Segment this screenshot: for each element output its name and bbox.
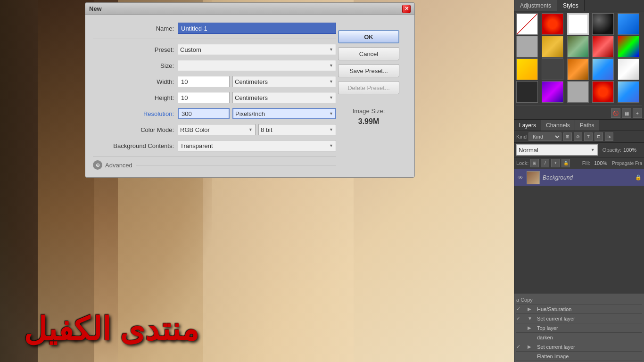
layers-controls: Kind Kind ⊞ ⊘ T ⊏ fx: [514, 131, 644, 143]
separator-line: [93, 39, 336, 39]
style-item[interactable]: [592, 81, 614, 103]
width-unit-wrapper: Centimeters: [232, 76, 336, 87]
opacity-value: 100%: [623, 147, 642, 153]
delete-preset-button: Delete Preset...: [338, 81, 399, 94]
bgcontents-label: Background Contents:: [93, 142, 178, 149]
resolution-label: Resolution:: [93, 110, 178, 117]
colormode-select[interactable]: RGB Color: [178, 124, 256, 135]
lock-label: Lock:: [516, 160, 528, 166]
style-item[interactable]: [567, 81, 589, 103]
action-item-setcurrent1[interactable]: ✓ ▼ Set current layer: [516, 314, 642, 323]
form-row-name: Name:: [93, 23, 336, 34]
name-input[interactable]: [178, 23, 336, 34]
style-item[interactable]: [618, 81, 639, 103]
opacity-label: Opacity:: [603, 147, 621, 153]
lock-icon4[interactable]: 🔒: [561, 159, 570, 167]
bitdepth-select[interactable]: 8 bit: [258, 124, 336, 135]
styles-grid: [514, 11, 644, 105]
style-item[interactable]: [567, 58, 589, 80]
size-select[interactable]: [178, 60, 336, 71]
image-size-value: 3.99M: [338, 117, 399, 126]
style-item[interactable]: [592, 58, 614, 80]
style-item[interactable]: [567, 13, 589, 35]
preset-select[interactable]: Custom: [178, 44, 336, 55]
resolution-input[interactable]: [178, 108, 230, 119]
kind-label: Kind: [516, 134, 527, 140]
tab-layers[interactable]: Layers: [514, 120, 541, 131]
propagate-label: Propagate Fra: [612, 161, 642, 166]
advanced-toggle-icon[interactable]: ⊛: [93, 160, 102, 170]
style-item[interactable]: [618, 13, 639, 35]
style-item[interactable]: [592, 36, 614, 58]
layer-filter-icon3[interactable]: T: [584, 132, 593, 141]
height-input[interactable]: [178, 92, 230, 103]
panel-icons-row: 🚫 ▦ +: [514, 107, 644, 120]
dialog-body: OK Cancel Save Preset... Delete Preset..…: [85, 15, 415, 178]
layer-filter-icon2[interactable]: ⊘: [574, 132, 582, 141]
style-item[interactable]: [542, 13, 563, 35]
bottom-actions: a Copy ✓ ▶ Hue/Saturation ✓ ▼ Set curren…: [514, 294, 644, 362]
tab-styles[interactable]: Styles: [557, 0, 585, 11]
lock-icon2[interactable]: /: [541, 159, 549, 167]
panel-icon-grid[interactable]: ▦: [622, 108, 631, 118]
height-unit-select[interactable]: Centimeters: [232, 92, 336, 103]
action-item-darken: darken: [516, 333, 642, 342]
dialog-inner: OK Cancel Save Preset... Delete Preset..…: [93, 23, 407, 170]
dialog-close-button[interactable]: ✕: [402, 5, 411, 13]
arabic-text-forum: منتدى الكفيل: [24, 311, 198, 348]
style-item[interactable]: [516, 58, 538, 80]
layer-filter-icon5[interactable]: fx: [605, 132, 613, 141]
action-item-toplayer[interactable]: ▶ Top layer: [516, 323, 642, 333]
action-item-hue[interactable]: ✓ ▶ Hue/Saturation: [516, 304, 642, 314]
layers-panel: Layers Channels Paths Kind Kind ⊞ ⊘ T ⊏ …: [514, 120, 644, 294]
panel-icon-no[interactable]: 🚫: [611, 108, 620, 118]
advanced-row: ⊛ Advanced: [93, 156, 336, 170]
style-item[interactable]: [542, 36, 563, 58]
right-panel: Adjustments Styles 🚫 ▦ + Layers: [514, 0, 644, 362]
form-row-colormode: Color Mode: RGB Color 8 bit: [93, 124, 336, 135]
style-item[interactable]: [567, 36, 589, 58]
style-item[interactable]: [516, 13, 538, 35]
fill-label: Fill:: [582, 160, 590, 166]
kind-select[interactable]: Kind: [528, 132, 561, 141]
layer-thumbnail: [527, 171, 540, 184]
layer-eye-icon[interactable]: 👁: [516, 173, 525, 182]
style-item[interactable]: [542, 81, 563, 103]
styles-separator: [516, 106, 642, 106]
image-size-label: Image Size:: [338, 107, 399, 115]
style-item[interactable]: [592, 13, 614, 35]
action-item-setcurrent2[interactable]: ✓ ▶ Set current layer: [516, 342, 642, 352]
blend-mode-select[interactable]: Normal: [516, 144, 598, 156]
panel-icon-add[interactable]: +: [633, 108, 642, 118]
style-item[interactable]: [516, 36, 538, 58]
layer-filter-icon4[interactable]: ⊏: [594, 132, 603, 141]
style-item[interactable]: [618, 58, 639, 80]
layer-filter-icon1[interactable]: ⊞: [563, 132, 572, 141]
lock-icon3[interactable]: +: [551, 159, 560, 167]
lock-icon1[interactable]: ⊞: [530, 159, 539, 167]
style-item[interactable]: [618, 36, 639, 58]
style-item[interactable]: [542, 58, 563, 80]
cancel-button[interactable]: Cancel: [338, 47, 399, 60]
layer-lock-icon: 🔒: [635, 174, 642, 181]
width-unit-select[interactable]: Centimeters: [232, 76, 336, 87]
style-item[interactable]: [516, 81, 538, 103]
ok-button[interactable]: OK: [338, 30, 399, 43]
lock-row: Lock: ⊞ / + 🔒 Fill: 100% Propagate Fra: [514, 157, 644, 169]
tab-adjustments[interactable]: Adjustments: [514, 0, 557, 11]
advanced-label[interactable]: Advanced: [105, 162, 132, 169]
tab-paths[interactable]: Paths: [575, 120, 600, 131]
action-item-copy: a Copy: [516, 295, 642, 304]
form-row-height: Height: Centimeters: [93, 92, 336, 103]
width-input[interactable]: [178, 76, 230, 87]
resolution-unit-select[interactable]: Pixels/Inch: [232, 108, 336, 119]
dialog-new: New ✕ OK Cancel Save Preset... Delete Pr…: [85, 2, 415, 178]
save-preset-button[interactable]: Save Preset...: [338, 64, 399, 77]
action-item-flatten[interactable]: Flatten Image: [516, 352, 642, 361]
bgcontents-select[interactable]: Transparent: [178, 140, 336, 151]
panel-tabs: Adjustments Styles: [514, 0, 644, 11]
layer-item-background[interactable]: 👁 Background 🔒: [514, 169, 644, 186]
tab-channels[interactable]: Channels: [541, 120, 575, 131]
height-unit-wrapper: Centimeters: [232, 92, 336, 103]
dialog-titlebar: New ✕: [85, 2, 415, 15]
